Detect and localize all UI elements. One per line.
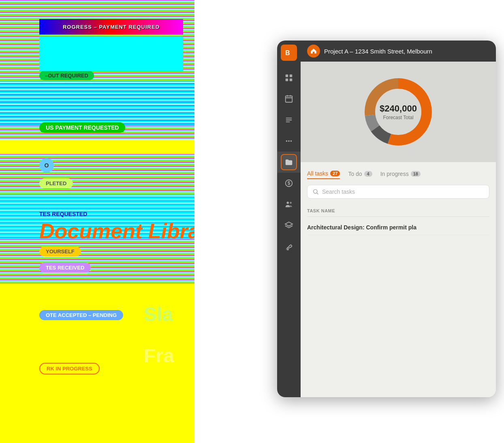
layers-icon — [284, 221, 293, 230]
svg-point-17 — [287, 202, 289, 204]
number-badge: O — [39, 158, 54, 173]
list-icon — [284, 116, 293, 124]
sidebar-item-tools[interactable] — [277, 236, 301, 257]
svg-rect-2 — [290, 75, 292, 77]
svg-point-12 — [286, 140, 288, 142]
svg-rect-3 — [286, 79, 288, 81]
home-icon — [310, 47, 317, 55]
sidebar-item-documents[interactable] — [277, 152, 301, 173]
team-icon — [284, 200, 293, 209]
tasks-table-header: TASK NAME — [307, 204, 489, 217]
donut-center: $240,000 Forecast Total — [380, 103, 417, 120]
task-title: Architectural Design: Confirm permit pla — [307, 224, 489, 231]
svg-point-18 — [290, 202, 292, 204]
tab-inprogress-label: In progress — [380, 171, 409, 177]
topbar: Project A – 1234 Smith Street, Melbourn — [301, 41, 496, 62]
chart-amount: $240,000 — [380, 103, 417, 114]
svg-rect-20 — [287, 249, 289, 250]
completed-badge: PLETED — [39, 178, 73, 188]
sidebar-item-finance[interactable]: $ — [277, 173, 301, 194]
svg-marker-19 — [285, 222, 293, 226]
tab-all-badge: 27 — [330, 171, 340, 176]
payment-required-banner: ROGRESS – PAYMENT REQUIRED — [39, 19, 183, 34]
grid-icon — [284, 73, 293, 82]
svg-text:$: $ — [288, 180, 290, 186]
calendar-icon — [284, 94, 293, 103]
payment-requested-badge: US PAYMENT REQUESTED — [39, 122, 125, 133]
tab-todo-label: To do — [348, 171, 362, 177]
chart-area: $240,000 Forecast Total — [301, 62, 496, 162]
search-box[interactable]: Search tasks — [307, 185, 489, 199]
b-logo-icon: B — [284, 48, 294, 58]
rk-in-progress-badge: RK IN PROGRESS — [39, 363, 100, 375]
sidebar: B — [277, 41, 301, 397]
tab-inprogress[interactable]: In progress 18 — [380, 169, 421, 179]
glitch-panel: ROGRESS – PAYMENT REQUIRED –OUT REQUIRED… — [0, 0, 194, 443]
table-row[interactable]: Architectural Design: Confirm permit pla — [307, 220, 489, 235]
tab-all-label: All tasks — [307, 170, 328, 177]
cyan-lines-1 — [0, 81, 194, 126]
tes-received-badge: TES RECEIVED — [39, 263, 91, 273]
tes-requested-badge: TES REQUESTED — [39, 211, 87, 217]
app-logo[interactable]: B — [281, 45, 297, 61]
sidebar-item-messages[interactable] — [277, 131, 301, 152]
project-title: Project A – 1234 Smith Street, Melbourn — [324, 48, 432, 55]
folder-icon-wrapper — [281, 154, 297, 170]
svg-rect-5 — [286, 96, 293, 103]
messages-icon — [284, 137, 293, 146]
banner-text: ROGRESS – PAYMENT REQUIRED — [63, 24, 160, 30]
chart-label: Forecast Total — [380, 115, 417, 120]
main-content: Project A – 1234 Smith Street, Melbourn — [301, 41, 496, 397]
svg-point-13 — [288, 140, 290, 142]
document-library-label: Document Library — [39, 219, 194, 243]
sidebar-item-dashboard[interactable] — [277, 67, 301, 88]
cyan-block — [39, 36, 183, 71]
tasks-tabs: All tasks 27 To do 4 In progress 18 — [307, 169, 489, 179]
tab-todo-badge: 4 — [364, 171, 372, 177]
tab-all-tasks[interactable]: All tasks 27 — [307, 169, 340, 179]
home-button[interactable] — [307, 45, 320, 58]
sidebar-item-calendar[interactable] — [277, 88, 301, 109]
ote-accepted-badge: OTE ACCEPTED – PENDING — [39, 310, 123, 320]
svg-point-14 — [290, 140, 292, 142]
dollar-icon: $ — [284, 179, 293, 188]
tab-todo[interactable]: To do 4 — [348, 169, 372, 179]
sidebar-item-list[interactable] — [277, 109, 301, 131]
tasks-area: All tasks 27 To do 4 In progress 18 — [301, 162, 496, 397]
tab-inprogress-badge: 18 — [411, 171, 421, 177]
search-placeholder: Search tasks — [322, 188, 355, 195]
donut-chart: $240,000 Forecast Total — [358, 71, 439, 152]
svg-line-27 — [317, 193, 318, 194]
svg-rect-1 — [286, 75, 288, 77]
tools-icon — [284, 242, 293, 251]
yellow-block-1 — [0, 140, 194, 154]
fra-text: Fra — [144, 345, 174, 367]
yourself-badge: YOURSELF — [39, 246, 81, 257]
checkout-required-badge: –OUT REQUIRED — [39, 71, 94, 80]
sidebar-item-team[interactable] — [277, 194, 301, 215]
folder-icon — [284, 158, 293, 167]
task-name-header: TASK NAME — [307, 208, 335, 213]
svg-text:B: B — [285, 49, 290, 56]
sla-text: Sla — [144, 303, 173, 325]
sidebar-item-layers[interactable] — [277, 215, 301, 236]
app-panel: B — [277, 41, 496, 397]
search-icon — [312, 188, 319, 195]
svg-rect-4 — [290, 79, 292, 81]
